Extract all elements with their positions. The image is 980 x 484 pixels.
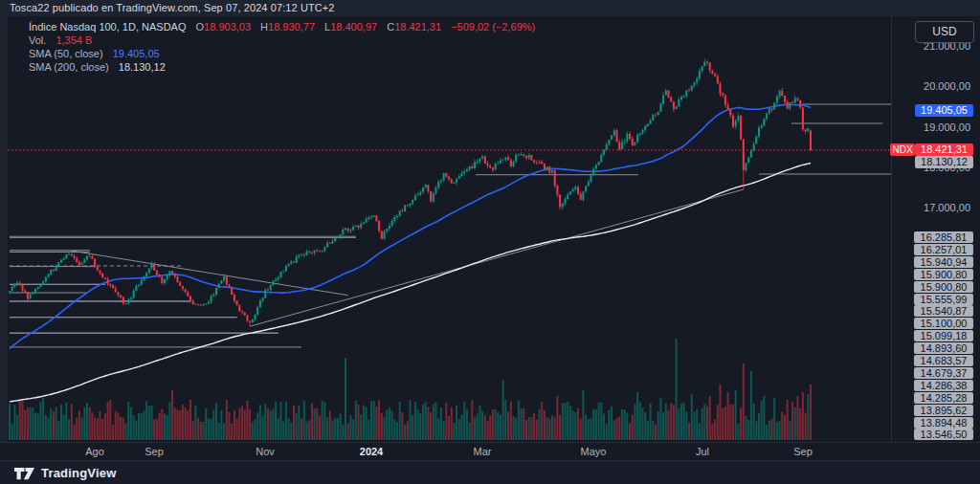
drawing-price-label: 14.893,60: [914, 342, 973, 354]
drawing-price-label: 15.100,00: [914, 318, 973, 329]
sma-50-line: [10, 104, 811, 348]
currency-usd-button[interactable]: USD: [915, 21, 974, 43]
drawing-price-label: 14.683,57: [914, 355, 973, 366]
drawing-price-label: 16.257,01: [914, 244, 973, 255]
candle-bodies-up: [9, 61, 809, 322]
price-axis-badge: 18.130,12: [915, 156, 973, 168]
drawing-price-label: 15.555,99: [914, 294, 973, 305]
drawing-price-label: 13.546,50: [914, 429, 973, 440]
drawing-price-label: 14.679,37: [914, 367, 973, 379]
drawing-price-label: 15.540,87: [914, 305, 973, 317]
drawing-price-label: 13.895,62: [914, 405, 973, 416]
trendline-drawings[interactable]: [72, 189, 744, 326]
price-axis-badge: 19.405,05: [915, 104, 973, 117]
trendline[interactable]: [72, 251, 348, 296]
drawing-price-label: 15.099,18: [914, 330, 973, 341]
drawing-price-label: 16.285,81: [914, 231, 973, 243]
price-axis-badge: 18.421,31: [915, 143, 973, 156]
price-axis-label: 20.000,00: [900, 80, 970, 92]
drawing-price-label: 15.940,94: [914, 256, 973, 268]
candle-bodies-down: [19, 61, 812, 322]
price-chart-canvas[interactable]: [0, 0, 980, 484]
drawing-price-label: 15.900,80: [914, 281, 973, 293]
horizontal-ray-drawings[interactable]: [10, 104, 891, 347]
drawing-price-label: 14.286,38: [914, 380, 973, 391]
tradingview-published-chart: Tosca22 publicado en TradingView.com, Se…: [0, 0, 980, 484]
price-axis-label: 17.000,00: [900, 202, 970, 213]
drawing-price-label: 13.894,48: [914, 417, 973, 429]
price-axis-label: 19.000,00: [900, 121, 970, 133]
drawing-price-label: 15.900,80: [914, 269, 973, 280]
candle-wicks-up: [10, 58, 808, 323]
drawing-price-label: 14.285,28: [914, 392, 973, 404]
trendline[interactable]: [250, 189, 744, 326]
symbol-price-tag: NDX: [890, 143, 915, 156]
